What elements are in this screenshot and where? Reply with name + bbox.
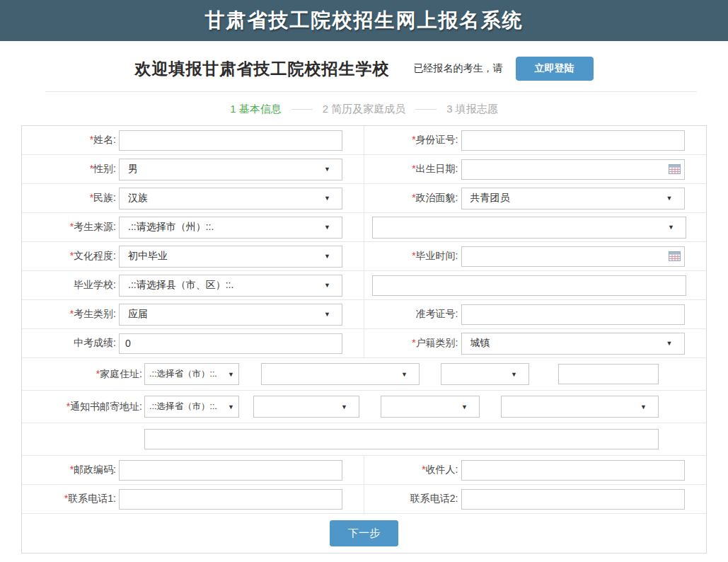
political-status-label: *政治面貌:: [364, 192, 458, 205]
step-resume-family[interactable]: 2 简历及家庭成员: [323, 103, 406, 116]
home-address-label: *家庭住址:: [22, 368, 142, 381]
phone1-label: *联系电话1:: [22, 493, 116, 505]
welcome-section: 欢迎填报甘肃省技工院校招生学校 已经报名的考生，请 立即登陆: [0, 41, 728, 81]
form-row-name-id: *姓名: *身份证号:: [22, 126, 706, 155]
mailing-address-province-value: .::选择省（市）::.: [149, 401, 217, 413]
education-level-select[interactable]: 初中毕业 ▼: [119, 246, 342, 268]
name-input[interactable]: [119, 130, 342, 151]
mailing-address-label: *通知书邮寄地址:: [22, 401, 142, 413]
chevron-down-icon: ▼: [228, 403, 234, 411]
id-number-label-text: 身份证号:: [416, 134, 458, 145]
ethnicity-select-value: 汉族: [128, 192, 148, 205]
chevron-down-icon: ▼: [324, 253, 330, 260]
form-row-score-household: 中考成绩: *户籍类别: 城镇 ▼: [22, 329, 706, 358]
mailing-address-county-select[interactable]: ▼: [381, 396, 480, 418]
mailing-address-town-select[interactable]: ▼: [501, 396, 659, 418]
graduation-school-county-value: .::请选择县（市、区）::.: [128, 279, 233, 292]
ethnicity-select[interactable]: 汉族 ▼: [119, 188, 342, 210]
political-status-label-text: 政治面貌:: [416, 192, 458, 203]
next-step-button[interactable]: 下一步: [330, 520, 398, 546]
mailing-address-label-text: 通知书邮寄地址:: [70, 401, 142, 412]
address-detail-input[interactable]: [144, 429, 659, 449]
form-row-postal-recipient: *邮政编码: *收件人:: [22, 456, 706, 485]
home-address-province-select[interactable]: .::选择省（市）::. ▼: [144, 363, 239, 385]
political-status-select-value: 共青团员: [470, 192, 510, 205]
candidate-type-select[interactable]: 应届 ▼: [119, 304, 342, 326]
form-row-phones: *联系电话1: 联系电话2:: [22, 485, 706, 514]
political-status-select[interactable]: 共青团员 ▼: [461, 188, 685, 210]
household-type-select-value: 城镇: [470, 337, 490, 350]
step-basic-info[interactable]: 1 基本信息: [230, 103, 282, 116]
step-preferences[interactable]: 3 填报志愿: [446, 103, 498, 116]
graduation-school-name-input[interactable]: [372, 275, 687, 296]
chevron-down-icon: ▼: [640, 403, 647, 411]
chevron-down-icon: ▼: [228, 371, 234, 378]
household-type-label-text: 户籍类别:: [416, 337, 458, 348]
form-row-graduation-school: 毕业学校: .::请选择县（市、区）::. ▼: [22, 271, 706, 300]
calendar-icon[interactable]: [669, 164, 681, 174]
postal-code-input[interactable]: [119, 460, 342, 481]
exam-ticket-label-text: 准考证号:: [416, 308, 458, 319]
form-row-candidate-origin: *考生来源: .::请选择市（州）::. ▼ ▼: [22, 213, 706, 242]
login-button[interactable]: 立即登陆: [516, 57, 594, 81]
graduation-date-input[interactable]: [461, 246, 685, 267]
step-separator: [415, 109, 437, 110]
household-type-label: *户籍类别:: [364, 337, 458, 350]
form-row-home-address: *家庭住址: .::选择省（市）::. ▼ ▼ ▼: [22, 358, 706, 391]
chevron-down-icon: ▼: [324, 282, 330, 289]
candidate-type-label: *考生类别:: [22, 308, 116, 321]
chevron-down-icon: ▼: [324, 195, 330, 202]
exam-score-input[interactable]: [119, 333, 342, 354]
candidate-origin-county-select[interactable]: ▼: [372, 217, 687, 239]
recipient-label-text: 收件人:: [426, 464, 458, 475]
birth-date-input[interactable]: [461, 159, 685, 180]
name-label-text: 姓名:: [93, 134, 116, 145]
home-address-label-text: 家庭住址:: [100, 368, 142, 379]
form-row-gender-birth: *性别: 男 ▼ *出生日期:: [22, 155, 706, 184]
chevron-down-icon: ▼: [461, 403, 468, 411]
chevron-down-icon: ▼: [324, 224, 330, 231]
candidate-origin-city-select[interactable]: .::请选择市（州）::. ▼: [119, 217, 342, 239]
step-indicator: 1 基本信息 2 简历及家庭成员 3 填报志愿: [0, 92, 728, 125]
phone1-label-text: 联系电话1:: [68, 493, 116, 504]
graduation-date-label-text: 毕业时间:: [416, 250, 458, 261]
birth-date-label-text: 出生日期:: [416, 163, 458, 174]
phone2-label: 联系电话2:: [364, 493, 458, 505]
graduation-date-label: *毕业时间:: [364, 250, 458, 263]
phone1-input[interactable]: [119, 489, 342, 510]
home-address-county-select[interactable]: ▼: [441, 363, 529, 385]
home-address-city-select[interactable]: ▼: [261, 363, 420, 385]
form-row-education-graduation: *文化程度: 初中毕业 ▼ *毕业时间:: [22, 242, 706, 271]
gender-select-value: 男: [128, 163, 138, 176]
chevron-down-icon: ▼: [666, 340, 673, 347]
name-label: *姓名:: [22, 134, 116, 147]
candidate-origin-label-text: 考生来源:: [74, 221, 116, 232]
phone2-label-text: 联系电话2:: [410, 493, 458, 504]
exam-score-label: 中考成绩:: [22, 337, 116, 350]
household-type-select[interactable]: 城镇 ▼: [461, 333, 685, 355]
chevron-down-icon: ▼: [668, 224, 674, 231]
graduation-school-county-select[interactable]: .::请选择县（市、区）::. ▼: [119, 275, 342, 297]
id-number-input[interactable]: [461, 130, 685, 151]
exam-ticket-input[interactable]: [461, 304, 685, 325]
mailing-address-city-select[interactable]: ▼: [253, 396, 359, 418]
home-address-detail-input[interactable]: [558, 364, 659, 384]
chevron-down-icon: ▼: [324, 166, 330, 173]
chevron-down-icon: ▼: [341, 403, 347, 411]
postal-code-label-text: 邮政编码:: [74, 464, 116, 475]
gender-label: *性别:: [22, 163, 116, 176]
recipient-input[interactable]: [461, 460, 685, 481]
chevron-down-icon: ▼: [666, 195, 673, 202]
education-level-label-text: 文化程度:: [74, 250, 116, 261]
calendar-icon[interactable]: [669, 251, 681, 261]
gender-select[interactable]: 男 ▼: [119, 159, 342, 180]
exam-ticket-label: 准考证号:: [364, 308, 458, 321]
app-title: 甘肃省技工院校招生网上报名系统: [205, 7, 524, 34]
id-number-label: *身份证号:: [364, 134, 458, 147]
graduation-school-label: 毕业学校:: [22, 279, 116, 292]
mailing-address-province-select[interactable]: .::选择省（市）::. ▼: [144, 396, 239, 418]
home-address-province-value: .::选择省（市）::.: [149, 368, 217, 380]
postal-code-label: *邮政编码:: [22, 464, 116, 476]
phone2-input[interactable]: [461, 489, 685, 510]
bottom-spacer: [0, 554, 728, 562]
